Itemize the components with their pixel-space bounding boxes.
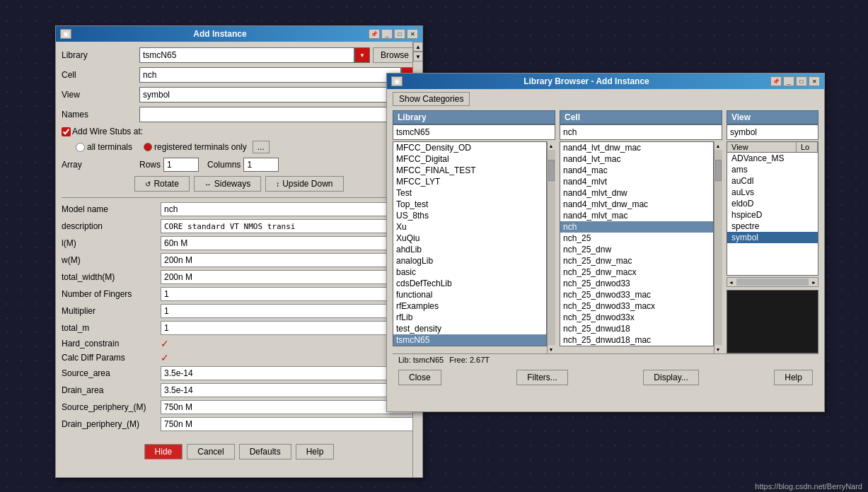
rows-input[interactable] (163, 158, 199, 172)
scroll-up-arrow[interactable]: ▲ (413, 42, 423, 52)
list-item-selected[interactable]: tsmcN65 (393, 334, 546, 346)
lb-close-btn[interactable]: ✕ (809, 76, 820, 86)
view-input[interactable] (139, 87, 401, 102)
total-m-value[interactable] (161, 321, 417, 335)
view-item[interactable]: spectre (727, 221, 818, 232)
maximize-btn[interactable]: □ (394, 29, 405, 39)
rotate-button[interactable]: ↺ Rotate (134, 176, 189, 192)
description-value[interactable] (161, 219, 417, 233)
list-item[interactable]: rfExamples (393, 300, 546, 312)
source-periphery-value[interactable] (161, 400, 417, 414)
cell-scroll-down[interactable]: ▼ (714, 345, 722, 353)
cell-list-item[interactable]: nch_25 (560, 233, 713, 244)
cell-list-item[interactable]: nand4_mlvt_dnw (560, 187, 713, 199)
cell-scroll-up[interactable]: ▲ (714, 141, 722, 150)
hscroll-right[interactable]: ► (810, 280, 818, 285)
list-item[interactable]: cdsDefTechLib (393, 278, 546, 289)
cell-list-item[interactable]: nand4_lvt_mac (560, 153, 713, 165)
list-item[interactable]: MFCC_Digital (393, 153, 546, 165)
view-item[interactable]: eldoD (727, 198, 818, 209)
terminals-dots-button[interactable]: ... (253, 141, 270, 153)
view-item[interactable]: auLvs (727, 187, 818, 198)
list-item[interactable]: ahdLib (393, 244, 546, 255)
wm-value[interactable] (161, 253, 417, 267)
drain-periphery-value[interactable] (161, 417, 417, 431)
list-item[interactable]: XuQiu (393, 233, 546, 244)
list-item[interactable]: US_8ths (393, 210, 546, 221)
cell-list-item[interactable]: nand4_mlvt_dnw_mac (560, 199, 713, 210)
scroll-down-arrow[interactable]: ▼ (413, 52, 423, 62)
cell-list-item-selected[interactable]: nch (560, 221, 713, 233)
view-hscrollbar[interactable]: ◄ ► (727, 277, 818, 287)
cols-input[interactable] (243, 158, 279, 172)
names-input[interactable] (139, 107, 417, 122)
list-item[interactable]: Xu (393, 221, 546, 233)
view-item-selected[interactable]: symbol (727, 232, 818, 243)
list-item[interactable]: Test (393, 187, 546, 199)
lib-scroll-up[interactable]: ▲ (548, 141, 555, 150)
close-btn[interactable]: ✕ (407, 29, 418, 39)
cell-list-item[interactable]: nch_25_dnwod33x (560, 312, 713, 323)
cell-search[interactable] (560, 124, 722, 140)
cell-scrollbar[interactable]: ▲ ▼ (714, 141, 722, 353)
cell-list-item[interactable]: nch_25_dnw (560, 244, 713, 255)
view-search[interactable] (727, 124, 818, 140)
cell-list-item[interactable]: nch_25_dnwod33_mac (560, 289, 713, 300)
cell-list-item[interactable]: nch_25 dnwud18_macx (560, 346, 713, 346)
list-item[interactable]: rfLib (393, 312, 546, 323)
list-item[interactable]: functional (393, 289, 546, 300)
help-button[interactable]: Help (296, 444, 335, 459)
wire-stubs-checkbox[interactable] (62, 127, 71, 136)
list-item[interactable]: analogLib (393, 255, 546, 266)
cell-list-item[interactable]: nch_25_dnwod33 (560, 278, 713, 289)
all-terminals-radio[interactable] (76, 143, 85, 152)
library-scrollbar[interactable]: ▲ ▼ (547, 141, 555, 353)
model-name-value[interactable] (161, 202, 417, 216)
sideways-button[interactable]: ↔ Sideways (194, 176, 261, 192)
list-item[interactable]: basic (393, 266, 546, 278)
cell-list-item[interactable]: nch_25_dnw_mac (560, 255, 713, 266)
defaults-button[interactable]: Defaults (239, 444, 291, 459)
cell-list-item[interactable]: nch_25_dnw_macx (560, 266, 713, 278)
drain-area-value[interactable] (161, 383, 417, 397)
library-input[interactable] (139, 47, 354, 63)
lb-close-button[interactable]: Close (398, 370, 441, 385)
source-area-value[interactable] (161, 366, 417, 380)
list-item[interactable]: MFCC_FINAL_TEST (393, 165, 546, 176)
upside-down-button[interactable]: ↕ Upside Down (265, 176, 343, 192)
cell-list-item[interactable]: nand4_mlvt_mac (560, 210, 713, 221)
browse-button[interactable]: Browse (373, 47, 417, 63)
lb-help-button[interactable]: Help (774, 370, 813, 385)
multiplier-value[interactable] (161, 304, 417, 318)
minimize-btn[interactable]: _ (381, 29, 393, 39)
cell-list-item[interactable]: nand4_mac (560, 165, 713, 176)
num-fingers-value[interactable] (161, 287, 417, 301)
list-item[interactable]: Top_test (393, 199, 546, 210)
cell-list-item[interactable]: nand4_mlvt (560, 176, 713, 187)
lb-display-button[interactable]: Display... (643, 370, 698, 385)
show-categories-button[interactable]: Show Categories (393, 92, 470, 106)
cell-list-item[interactable]: nand4_lvt_dnw_mac (560, 142, 713, 153)
cell-input[interactable] (139, 67, 401, 83)
hscroll-left[interactable]: ◄ (727, 280, 735, 285)
cell-list-item[interactable]: nch_25_dnwud18_mac (560, 334, 713, 346)
library-dropdown[interactable]: ▼ (354, 47, 370, 63)
lb-pin-btn[interactable]: 📌 (770, 76, 782, 86)
pin-btn[interactable]: 📌 (369, 29, 380, 39)
view-item[interactable]: ams (727, 164, 818, 175)
library-search[interactable] (393, 124, 555, 140)
view-item[interactable]: ADVance_MS (727, 153, 818, 164)
lib-scroll-down[interactable]: ▼ (548, 345, 555, 353)
lb-minimize-btn[interactable]: _ (783, 76, 794, 86)
lb-filters-button[interactable]: Filters... (516, 370, 568, 385)
view-item[interactable]: hspiceD (727, 209, 818, 221)
list-item[interactable]: MFCC_Density_OD (393, 142, 546, 153)
hide-button[interactable]: Hide (144, 444, 183, 459)
cell-list-item[interactable]: nch_25_dnwod33_macx (560, 300, 713, 312)
lm-value[interactable] (161, 236, 417, 250)
total-width-value[interactable] (161, 270, 417, 284)
view-item[interactable]: auCdl (727, 175, 818, 187)
cell-list-item[interactable]: nch_25_dnwud18 (560, 323, 713, 334)
lb-maximize-btn[interactable]: □ (796, 76, 807, 86)
list-item[interactable]: MFCC_LYT (393, 176, 546, 187)
